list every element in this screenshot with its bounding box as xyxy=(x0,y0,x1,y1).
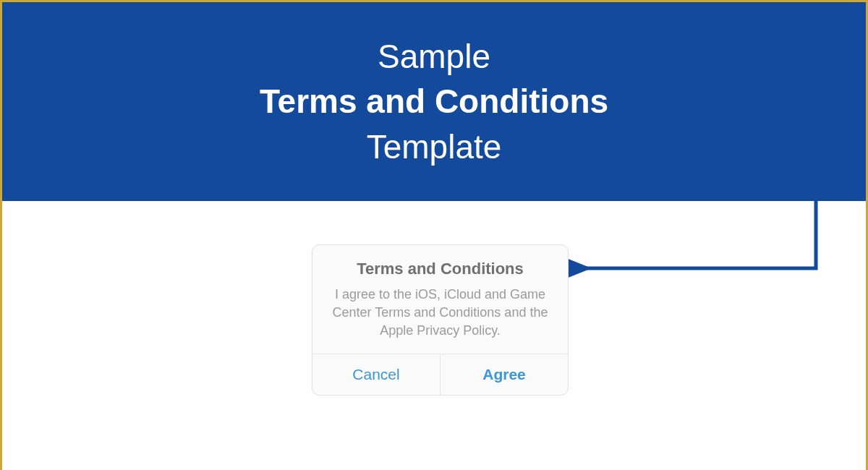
dialog-button-row: Cancel Agree xyxy=(312,354,568,395)
header-banner: Sample Terms and Conditions Template xyxy=(2,2,866,201)
lower-area: Terms and Conditions I agree to the iOS,… xyxy=(2,201,866,470)
callout-arrow xyxy=(574,201,834,309)
agree-button[interactable]: Agree xyxy=(441,354,568,395)
terms-dialog: Terms and Conditions I agree to the iOS,… xyxy=(312,244,569,396)
header-line-3: Template xyxy=(367,124,502,169)
dialog-text: I agree to the iOS, iCloud and Game Cent… xyxy=(327,286,553,341)
dialog-title: Terms and Conditions xyxy=(327,260,553,278)
header-line-1: Sample xyxy=(378,34,490,79)
header-line-2: Terms and Conditions xyxy=(260,79,608,124)
page-frame: Sample Terms and Conditions Template Ter… xyxy=(0,0,868,470)
dialog-body: Terms and Conditions I agree to the iOS,… xyxy=(312,245,568,354)
cancel-button[interactable]: Cancel xyxy=(312,354,441,395)
